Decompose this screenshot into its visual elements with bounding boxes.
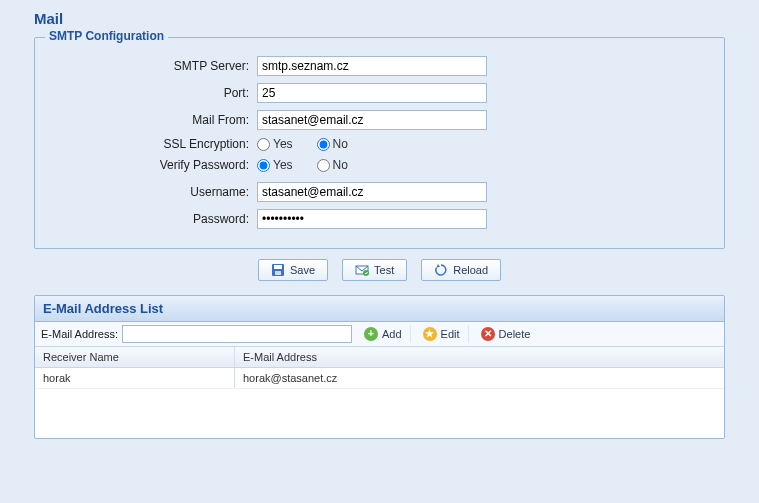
delete-button[interactable]: ✕ Delete (473, 325, 539, 343)
smtp-server-label: SMTP Server: (53, 59, 257, 73)
email-address-label: E-Mail Address: (41, 328, 118, 340)
delete-button-label: Delete (499, 328, 531, 340)
plus-icon: + (364, 327, 378, 341)
page-title: Mail (0, 0, 759, 31)
panel-toolbar: E-Mail Address: + Add ★ Edit ✕ Delete (35, 322, 724, 347)
port-label: Port: (53, 86, 257, 100)
save-icon (271, 263, 285, 277)
username-input[interactable] (257, 182, 487, 202)
col-email-header[interactable]: E-Mail Address (235, 347, 724, 367)
star-icon: ★ (423, 327, 437, 341)
cell-email: horak@stasanet.cz (235, 368, 724, 388)
email-list-panel: E-Mail Address List E-Mail Address: + Ad… (34, 295, 725, 439)
table-header: Receiver Name E-Mail Address (35, 347, 724, 368)
username-label: Username: (53, 185, 257, 199)
ssl-yes-label: Yes (273, 137, 293, 151)
password-label: Password: (53, 212, 257, 226)
verify-yes-label: Yes (273, 158, 293, 172)
password-input[interactable] (257, 209, 487, 229)
verify-yes-radio[interactable] (257, 159, 270, 172)
port-input[interactable] (257, 83, 487, 103)
svg-rect-2 (275, 271, 281, 275)
reload-button[interactable]: Reload (421, 259, 501, 281)
ssl-yes-radio[interactable] (257, 138, 270, 151)
smtp-server-input[interactable] (257, 56, 487, 76)
svg-point-4 (363, 270, 369, 276)
edit-button-label: Edit (441, 328, 460, 340)
panel-header: E-Mail Address List (35, 296, 724, 322)
test-button-label: Test (374, 264, 394, 276)
add-button[interactable]: + Add (356, 325, 411, 343)
ssl-label: SSL Encryption: (53, 137, 257, 151)
mail-from-label: Mail From: (53, 113, 257, 127)
table-body: horak horak@stasanet.cz (35, 368, 724, 438)
edit-button[interactable]: ★ Edit (415, 325, 469, 343)
ssl-no-radio[interactable] (317, 138, 330, 151)
ssl-no-label: No (333, 137, 348, 151)
smtp-config-fieldset: SMTP Configuration SMTP Server: Port: Ma… (34, 37, 725, 249)
table-row[interactable]: horak horak@stasanet.cz (35, 368, 724, 389)
col-receiver-header[interactable]: Receiver Name (35, 347, 235, 367)
verify-label: Verify Password: (53, 158, 257, 172)
mail-from-input[interactable] (257, 110, 487, 130)
fieldset-legend: SMTP Configuration (45, 29, 168, 43)
reload-icon (434, 263, 448, 277)
add-button-label: Add (382, 328, 402, 340)
verify-no-label: No (333, 158, 348, 172)
reload-button-label: Reload (453, 264, 488, 276)
x-icon: ✕ (481, 327, 495, 341)
action-button-row: Save Test Reload (0, 259, 759, 281)
svg-rect-1 (274, 265, 282, 269)
test-button[interactable]: Test (342, 259, 407, 281)
save-button[interactable]: Save (258, 259, 328, 281)
verify-no-radio[interactable] (317, 159, 330, 172)
cell-receiver: horak (35, 368, 235, 388)
mail-icon (355, 263, 369, 277)
save-button-label: Save (290, 264, 315, 276)
email-address-input[interactable] (122, 325, 352, 343)
